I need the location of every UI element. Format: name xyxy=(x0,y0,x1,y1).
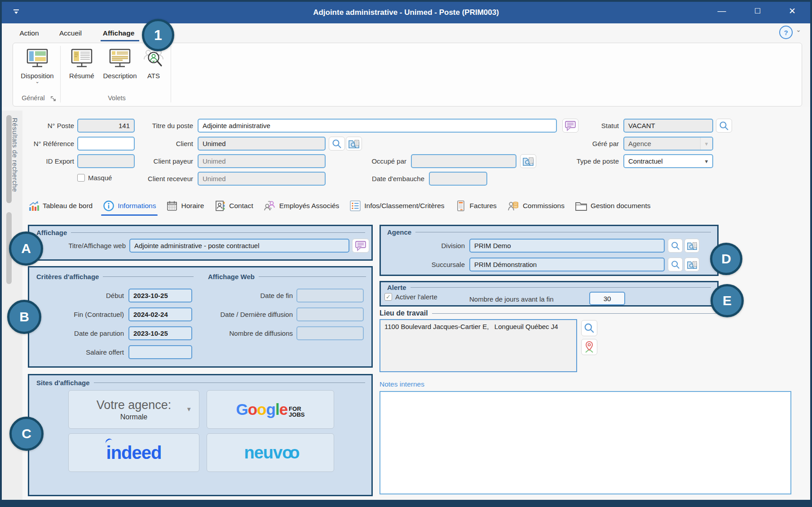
nombre-diffusions-field xyxy=(296,326,364,340)
tab-gestion-documents[interactable]: Gestion documents xyxy=(575,200,651,212)
date-parution-field[interactable]: 2023-10-25 xyxy=(128,326,192,340)
succursale-label: Succursale xyxy=(406,258,465,271)
division-label: Division xyxy=(406,239,465,253)
titre-affichage-web-field[interactable]: Adjointe administrative - poste contract… xyxy=(129,239,349,253)
tab-contact[interactable]: Contact xyxy=(214,200,253,212)
no-reference-field[interactable] xyxy=(77,137,135,151)
ats-button[interactable]: ATS xyxy=(140,45,167,93)
debut-label: Début xyxy=(31,289,124,302)
maximize-button[interactable]: ☐ xyxy=(748,0,768,22)
succursale-open-button[interactable] xyxy=(684,258,699,271)
succursale-search-button[interactable] xyxy=(668,258,683,271)
commissions-icon xyxy=(507,200,520,212)
jours-avant-fin-field[interactable]: 30 xyxy=(589,292,625,305)
chevron-down-icon: ▼ xyxy=(701,155,712,167)
masque-checkbox-row[interactable]: Masqué xyxy=(77,174,112,182)
division-field[interactable]: PRIM Demo xyxy=(469,239,665,253)
record-tab-bar: Tableau de bord Informations Horaire Con… xyxy=(28,197,755,215)
id-export-label: ID Export xyxy=(18,154,74,168)
fin-contractuel-field[interactable]: 2024-02-24 xyxy=(128,307,192,321)
lieu-map-button[interactable] xyxy=(581,339,597,355)
disposition-button[interactable]: Disposition ⌄ xyxy=(16,45,58,93)
ribbon-separator xyxy=(171,46,171,102)
activer-alerte-checkbox[interactable]: ✓ xyxy=(384,293,392,301)
client-search-button[interactable] xyxy=(329,137,345,151)
salaire-offert-field[interactable] xyxy=(128,345,192,359)
search-icon xyxy=(719,120,729,131)
help-icon[interactable]: ? xyxy=(779,26,793,39)
resume-button[interactable]: Résumé xyxy=(64,45,100,93)
site-indeed[interactable]: indeed xyxy=(68,433,199,472)
tab-informations[interactable]: Informations xyxy=(103,200,156,212)
type-de-poste-label: Type de poste xyxy=(565,154,619,168)
ribbon-tab-accueil[interactable]: Accueil xyxy=(53,26,88,40)
site-votre-agence-dropdown[interactable]: Votre agence: Normale ▼ xyxy=(68,390,199,429)
site-google-for-jobs[interactable]: Google FORJOBS xyxy=(207,390,334,429)
window-bottom-edge xyxy=(0,500,812,507)
close-button[interactable]: ✕ xyxy=(782,0,802,22)
map-pin-icon xyxy=(583,341,595,353)
dialog-launcher-icon[interactable] xyxy=(50,96,57,102)
window-title: Adjointe administrative - Unimed - Poste… xyxy=(2,8,810,17)
date-de-fin-label: Date de fin xyxy=(193,289,293,302)
tab-factures[interactable]: Factures xyxy=(455,200,497,212)
collapse-ribbon-icon[interactable]: ⌄ xyxy=(796,26,801,33)
resume-monitor-icon xyxy=(71,49,93,68)
client-payeur-field[interactable]: Unimed xyxy=(198,154,326,168)
description-monitor-icon xyxy=(109,49,131,68)
ribbon-tab-affichage[interactable]: Affichage xyxy=(98,26,139,40)
criteres-group-title: Critères d'affichage xyxy=(36,273,194,280)
search-icon xyxy=(671,260,680,270)
site-neuvoo[interactable]: neuvoo xyxy=(207,433,334,472)
division-search-button[interactable] xyxy=(668,239,683,253)
date-de-fin-field xyxy=(296,289,364,302)
chevron-down-icon: ▼ xyxy=(186,406,192,413)
lieu-de-travail-field[interactable]: 1100 Boulevard Jacques-Cartier E, Longue… xyxy=(380,319,577,372)
client-receveur-field[interactable]: Unimed xyxy=(198,172,326,186)
notes-internes-textarea[interactable] xyxy=(380,391,791,494)
type-de-poste-dropdown[interactable]: Contractuel ▼ xyxy=(623,154,713,168)
occupe-par-field[interactable] xyxy=(411,154,516,168)
ribbon-tab-action[interactable]: Action xyxy=(13,26,45,40)
salaire-offert-label: Salaire offert xyxy=(31,345,124,359)
tab-commissions[interactable]: Commissions xyxy=(507,200,565,212)
masque-checkbox[interactable] xyxy=(77,174,85,182)
invoice-icon xyxy=(455,200,467,212)
succursale-field[interactable]: PRIM Démonstration xyxy=(469,258,665,271)
search-icon xyxy=(331,138,342,149)
chevron-down-icon: ⌄ xyxy=(35,80,39,83)
info-icon xyxy=(103,200,115,212)
folder-icon xyxy=(575,200,587,212)
callout-e-badge: E xyxy=(710,284,744,317)
date-embauche-label: Date d'embauche xyxy=(359,172,424,186)
titre-du-poste-field[interactable]: Adjointe administrative xyxy=(198,119,557,133)
resume-label: Résumé xyxy=(69,72,94,80)
statut-field[interactable]: VACANT xyxy=(623,119,713,133)
titre-du-poste-label: Titre du poste xyxy=(138,119,193,133)
id-export-field xyxy=(77,154,135,168)
web-title-comment-button[interactable] xyxy=(352,239,369,253)
occupe-par-label: Occupé par xyxy=(357,154,406,168)
tab-horaire[interactable]: Horaire xyxy=(166,200,204,212)
division-open-button[interactable] xyxy=(684,239,699,253)
titre-affichage-web-label: Titre/Affichage web xyxy=(47,239,126,253)
client-field[interactable]: Unimed xyxy=(198,137,326,151)
statut-search-button[interactable] xyxy=(716,119,732,133)
tab-employes-associes[interactable]: ? Employés Associés xyxy=(264,200,340,212)
occupe-par-open-button[interactable] xyxy=(520,154,536,168)
minimize-button[interactable]: — xyxy=(712,0,732,22)
activer-alerte-row[interactable]: ✓ Activer l'alerte xyxy=(384,293,437,301)
tab-tableau-de-bord[interactable]: Tableau de bord xyxy=(28,200,93,212)
debut-field[interactable]: 2023-10-25 xyxy=(128,289,192,302)
description-button[interactable]: Description xyxy=(101,45,139,93)
layout-monitor-icon xyxy=(26,49,48,68)
client-open-button[interactable] xyxy=(346,137,362,151)
contact-card-icon xyxy=(214,200,226,212)
lieu-search-button[interactable] xyxy=(581,320,597,336)
masque-label: Masqué xyxy=(88,174,112,182)
tab-infos-classement-criteres[interactable]: Infos/Classement/Critères xyxy=(349,200,444,212)
neuvoo-logo: neuvoo xyxy=(244,443,296,463)
gere-par-dropdown[interactable]: Agence ▼ xyxy=(623,137,713,151)
client-label: Client xyxy=(138,137,193,151)
lieu-de-travail-title: Lieu de travail xyxy=(380,309,719,317)
